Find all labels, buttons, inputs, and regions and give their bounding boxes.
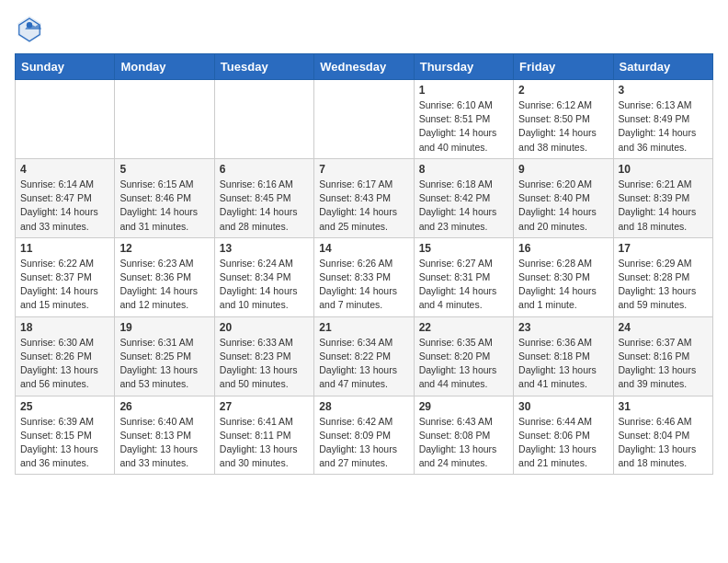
day-info: Sunrise: 6:41 AM Sunset: 8:11 PM Dayligh… [220, 415, 309, 471]
day-info: Sunrise: 6:14 AM Sunset: 8:47 PM Dayligh… [20, 178, 109, 234]
day-header: Saturday [613, 54, 712, 80]
calendar-cell [16, 80, 115, 159]
calendar-cell: 2Sunrise: 6:12 AM Sunset: 8:50 PM Daylig… [514, 80, 613, 159]
day-info: Sunrise: 6:15 AM Sunset: 8:46 PM Dayligh… [119, 178, 209, 234]
day-info: Sunrise: 6:39 AM Sunset: 8:15 PM Dayligh… [20, 415, 109, 471]
day-info: Sunrise: 6:16 AM Sunset: 8:45 PM Dayligh… [220, 178, 309, 234]
day-number: 5 [119, 163, 209, 176]
calendar-table: SundayMondayTuesdayWednesdayThursdayFrid… [15, 53, 713, 475]
calendar-cell: 16Sunrise: 6:28 AM Sunset: 8:30 PM Dayli… [514, 237, 613, 316]
week-row: 18Sunrise: 6:30 AM Sunset: 8:26 PM Dayli… [16, 316, 713, 396]
day-info: Sunrise: 6:44 AM Sunset: 8:06 PM Dayligh… [518, 415, 608, 471]
day-info: Sunrise: 6:10 AM Sunset: 8:51 PM Dayligh… [419, 98, 508, 155]
calendar-cell: 30Sunrise: 6:44 AM Sunset: 8:06 PM Dayli… [514, 396, 613, 475]
day-info: Sunrise: 6:23 AM Sunset: 8:36 PM Dayligh… [119, 257, 209, 313]
day-number: 3 [619, 84, 708, 97]
day-number: 7 [319, 163, 408, 176]
calendar-cell: 31Sunrise: 6:46 AM Sunset: 8:04 PM Dayli… [613, 396, 712, 475]
day-number: 18 [20, 321, 109, 334]
calendar-cell: 23Sunrise: 6:36 AM Sunset: 8:18 PM Dayli… [514, 316, 613, 396]
day-info: Sunrise: 6:17 AM Sunset: 8:43 PM Dayligh… [319, 178, 408, 234]
calendar-cell: 10Sunrise: 6:21 AM Sunset: 8:39 PM Dayli… [613, 158, 712, 237]
calendar-cell: 13Sunrise: 6:24 AM Sunset: 8:34 PM Dayli… [214, 237, 313, 316]
day-number: 11 [20, 242, 109, 255]
day-info: Sunrise: 6:36 AM Sunset: 8:18 PM Dayligh… [518, 336, 608, 392]
day-info: Sunrise: 6:24 AM Sunset: 8:34 PM Dayligh… [220, 257, 309, 313]
calendar-cell: 26Sunrise: 6:40 AM Sunset: 8:13 PM Dayli… [115, 396, 214, 475]
day-number: 9 [518, 163, 608, 176]
logo-icon [15, 15, 44, 44]
calendar-cell: 14Sunrise: 6:26 AM Sunset: 8:33 PM Dayli… [314, 237, 414, 316]
calendar-cell: 8Sunrise: 6:18 AM Sunset: 8:42 PM Daylig… [414, 158, 513, 237]
day-number: 31 [619, 400, 708, 413]
day-number: 24 [619, 321, 708, 334]
calendar-cell: 1Sunrise: 6:10 AM Sunset: 8:51 PM Daylig… [414, 80, 513, 159]
day-info: Sunrise: 6:29 AM Sunset: 8:28 PM Dayligh… [619, 257, 708, 313]
svg-point-2 [27, 22, 32, 28]
day-header: Tuesday [214, 54, 313, 80]
day-number: 28 [319, 400, 408, 413]
day-info: Sunrise: 6:37 AM Sunset: 8:16 PM Dayligh… [619, 336, 708, 392]
calendar-cell [214, 80, 313, 159]
calendar-cell: 28Sunrise: 6:42 AM Sunset: 8:09 PM Dayli… [314, 396, 414, 475]
day-info: Sunrise: 6:18 AM Sunset: 8:42 PM Dayligh… [419, 178, 508, 234]
calendar-cell: 6Sunrise: 6:16 AM Sunset: 8:45 PM Daylig… [214, 158, 313, 237]
calendar-cell: 27Sunrise: 6:41 AM Sunset: 8:11 PM Dayli… [214, 396, 313, 475]
calendar-cell: 4Sunrise: 6:14 AM Sunset: 8:47 PM Daylig… [16, 158, 115, 237]
day-number: 4 [20, 163, 109, 176]
day-info: Sunrise: 6:26 AM Sunset: 8:33 PM Dayligh… [319, 257, 408, 313]
day-number: 14 [319, 242, 408, 255]
week-row: 25Sunrise: 6:39 AM Sunset: 8:15 PM Dayli… [16, 396, 713, 475]
calendar-cell: 7Sunrise: 6:17 AM Sunset: 8:43 PM Daylig… [314, 158, 414, 237]
logo [15, 15, 48, 44]
day-info: Sunrise: 6:43 AM Sunset: 8:08 PM Dayligh… [419, 415, 508, 471]
day-number: 21 [319, 321, 408, 334]
day-info: Sunrise: 6:42 AM Sunset: 8:09 PM Dayligh… [319, 415, 408, 471]
day-header: Monday [115, 54, 214, 80]
day-number: 1 [419, 84, 508, 97]
day-info: Sunrise: 6:46 AM Sunset: 8:04 PM Dayligh… [619, 415, 708, 471]
day-number: 20 [220, 321, 309, 334]
day-number: 2 [518, 84, 608, 97]
day-header: Wednesday [314, 54, 414, 80]
day-number: 15 [419, 242, 508, 255]
day-number: 13 [220, 242, 309, 255]
calendar-cell: 12Sunrise: 6:23 AM Sunset: 8:36 PM Dayli… [115, 237, 214, 316]
calendar-cell: 5Sunrise: 6:15 AM Sunset: 8:46 PM Daylig… [115, 158, 214, 237]
day-number: 30 [518, 400, 608, 413]
day-info: Sunrise: 6:13 AM Sunset: 8:49 PM Dayligh… [619, 98, 708, 155]
day-number: 29 [419, 400, 508, 413]
day-info: Sunrise: 6:31 AM Sunset: 8:25 PM Dayligh… [119, 336, 209, 392]
day-number: 19 [119, 321, 209, 334]
calendar-cell: 17Sunrise: 6:29 AM Sunset: 8:28 PM Dayli… [613, 237, 712, 316]
calendar-cell: 25Sunrise: 6:39 AM Sunset: 8:15 PM Dayli… [16, 396, 115, 475]
day-number: 12 [119, 242, 209, 255]
day-number: 10 [619, 163, 708, 176]
day-number: 16 [518, 242, 608, 255]
calendar-cell: 11Sunrise: 6:22 AM Sunset: 8:37 PM Dayli… [16, 237, 115, 316]
header-row: SundayMondayTuesdayWednesdayThursdayFrid… [16, 54, 713, 80]
calendar-cell: 24Sunrise: 6:37 AM Sunset: 8:16 PM Dayli… [613, 316, 712, 396]
calendar-cell: 29Sunrise: 6:43 AM Sunset: 8:08 PM Dayli… [414, 396, 513, 475]
day-info: Sunrise: 6:21 AM Sunset: 8:39 PM Dayligh… [619, 178, 708, 234]
day-info: Sunrise: 6:33 AM Sunset: 8:23 PM Dayligh… [220, 336, 309, 392]
calendar-cell: 3Sunrise: 6:13 AM Sunset: 8:49 PM Daylig… [613, 80, 712, 159]
day-number: 8 [419, 163, 508, 176]
day-header: Friday [514, 54, 613, 80]
calendar-cell: 21Sunrise: 6:34 AM Sunset: 8:22 PM Dayli… [314, 316, 414, 396]
week-row: 11Sunrise: 6:22 AM Sunset: 8:37 PM Dayli… [16, 237, 713, 316]
day-info: Sunrise: 6:34 AM Sunset: 8:22 PM Dayligh… [319, 336, 408, 392]
day-info: Sunrise: 6:27 AM Sunset: 8:31 PM Dayligh… [419, 257, 508, 313]
day-info: Sunrise: 6:40 AM Sunset: 8:13 PM Dayligh… [119, 415, 209, 471]
day-info: Sunrise: 6:12 AM Sunset: 8:50 PM Dayligh… [518, 98, 608, 155]
calendar-cell [314, 80, 414, 159]
calendar-cell: 18Sunrise: 6:30 AM Sunset: 8:26 PM Dayli… [16, 316, 115, 396]
day-number: 23 [518, 321, 608, 334]
day-number: 25 [20, 400, 109, 413]
calendar-cell: 15Sunrise: 6:27 AM Sunset: 8:31 PM Dayli… [414, 237, 513, 316]
calendar-cell: 20Sunrise: 6:33 AM Sunset: 8:23 PM Dayli… [214, 316, 313, 396]
day-header: Thursday [414, 54, 513, 80]
day-number: 27 [220, 400, 309, 413]
day-info: Sunrise: 6:35 AM Sunset: 8:20 PM Dayligh… [419, 336, 508, 392]
calendar-cell [115, 80, 214, 159]
